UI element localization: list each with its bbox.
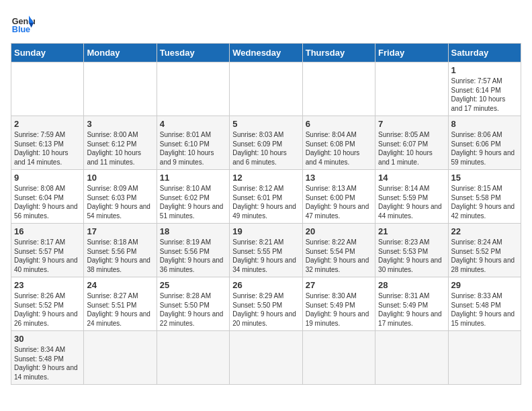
day-info: Sunrise: 8:27 AM Sunset: 5:51 PM Dayligh… <box>87 291 153 328</box>
header-sunday: Sunday <box>11 44 84 62</box>
day-info: Sunrise: 8:08 AM Sunset: 6:04 PM Dayligh… <box>14 184 81 220</box>
day-number: 27 <box>306 280 372 290</box>
day-info: Sunrise: 7:57 AM Sunset: 6:14 PM Dayligh… <box>451 77 518 113</box>
day-number: 4 <box>160 119 226 129</box>
calendar-cell: 23Sunrise: 8:26 AM Sunset: 5:52 PM Dayli… <box>11 277 84 331</box>
calendar-week-6: 30Sunrise: 8:34 AM Sunset: 5:48 PM Dayli… <box>11 331 521 385</box>
day-number: 5 <box>232 119 299 129</box>
header-saturday: Saturday <box>448 44 521 62</box>
calendar-cell: 9Sunrise: 8:08 AM Sunset: 6:04 PM Daylig… <box>11 170 84 224</box>
day-number: 19 <box>232 226 299 236</box>
day-number: 24 <box>87 280 153 290</box>
day-number: 18 <box>160 226 226 236</box>
calendar-cell: 15Sunrise: 8:15 AM Sunset: 5:58 PM Dayli… <box>448 170 521 224</box>
day-number: 2 <box>14 119 81 129</box>
header-friday: Friday <box>375 44 448 62</box>
day-info: Sunrise: 8:19 AM Sunset: 5:56 PM Dayligh… <box>160 238 226 274</box>
calendar-cell: 29Sunrise: 8:33 AM Sunset: 5:48 PM Dayli… <box>448 277 521 331</box>
day-number: 22 <box>451 226 518 236</box>
header-thursday: Thursday <box>302 44 375 62</box>
day-number: 9 <box>14 173 81 183</box>
day-number: 21 <box>378 226 445 236</box>
day-info: Sunrise: 8:09 AM Sunset: 6:03 PM Dayligh… <box>87 184 153 220</box>
calendar-cell: 30Sunrise: 8:34 AM Sunset: 5:48 PM Dayli… <box>11 331 84 385</box>
header-monday: Monday <box>84 44 157 62</box>
logo-icon: General Blue <box>11 11 35 35</box>
calendar-cell <box>84 331 157 385</box>
day-number: 10 <box>87 173 153 183</box>
day-number: 8 <box>451 119 518 129</box>
calendar-cell: 4Sunrise: 8:01 AM Sunset: 6:10 PM Daylig… <box>157 116 229 170</box>
day-number: 14 <box>378 173 445 183</box>
day-info: Sunrise: 8:29 AM Sunset: 5:50 PM Dayligh… <box>232 291 299 328</box>
day-number: 6 <box>306 119 372 129</box>
day-info: Sunrise: 8:13 AM Sunset: 6:00 PM Dayligh… <box>306 184 372 220</box>
day-number: 3 <box>87 119 153 129</box>
calendar-cell <box>84 62 157 116</box>
calendar-cell <box>157 62 229 116</box>
calendar-cell: 27Sunrise: 8:30 AM Sunset: 5:49 PM Dayli… <box>302 277 375 331</box>
calendar-cell: 12Sunrise: 8:12 AM Sunset: 6:01 PM Dayli… <box>230 170 302 224</box>
logo: General Blue <box>11 11 35 35</box>
day-info: Sunrise: 8:26 AM Sunset: 5:52 PM Dayligh… <box>14 291 81 328</box>
calendar-week-2: 2Sunrise: 7:59 AM Sunset: 6:13 PM Daylig… <box>11 116 521 170</box>
day-number: 12 <box>232 173 299 183</box>
header-tuesday: Tuesday <box>157 44 229 62</box>
day-info: Sunrise: 8:23 AM Sunset: 5:53 PM Dayligh… <box>378 238 445 274</box>
calendar-week-5: 23Sunrise: 8:26 AM Sunset: 5:52 PM Dayli… <box>11 277 521 331</box>
calendar-cell: 25Sunrise: 8:28 AM Sunset: 5:50 PM Dayli… <box>157 277 229 331</box>
calendar-cell: 10Sunrise: 8:09 AM Sunset: 6:03 PM Dayli… <box>84 170 157 224</box>
day-info: Sunrise: 8:21 AM Sunset: 5:55 PM Dayligh… <box>232 238 299 274</box>
day-number: 28 <box>378 280 445 290</box>
calendar-cell: 14Sunrise: 8:14 AM Sunset: 5:59 PM Dayli… <box>375 170 448 224</box>
calendar-cell: 16Sunrise: 8:17 AM Sunset: 5:57 PM Dayli… <box>11 224 84 277</box>
calendar-cell: 5Sunrise: 8:03 AM Sunset: 6:09 PM Daylig… <box>230 116 302 170</box>
calendar-cell: 28Sunrise: 8:31 AM Sunset: 5:49 PM Dayli… <box>375 277 448 331</box>
calendar-cell: 1Sunrise: 7:57 AM Sunset: 6:14 PM Daylig… <box>448 62 521 116</box>
calendar-cell: 20Sunrise: 8:22 AM Sunset: 5:54 PM Dayli… <box>302 224 375 277</box>
day-number: 15 <box>451 173 518 183</box>
day-number: 26 <box>232 280 299 290</box>
calendar-cell: 6Sunrise: 8:04 AM Sunset: 6:08 PM Daylig… <box>302 116 375 170</box>
calendar-cell: 26Sunrise: 8:29 AM Sunset: 5:50 PM Dayli… <box>230 277 302 331</box>
day-info: Sunrise: 8:04 AM Sunset: 6:08 PM Dayligh… <box>306 130 372 167</box>
calendar-cell: 24Sunrise: 8:27 AM Sunset: 5:51 PM Dayli… <box>84 277 157 331</box>
day-number: 11 <box>160 173 226 183</box>
day-info: Sunrise: 8:00 AM Sunset: 6:12 PM Dayligh… <box>87 130 153 167</box>
calendar-cell: 11Sunrise: 8:10 AM Sunset: 6:02 PM Dayli… <box>157 170 229 224</box>
day-info: Sunrise: 8:03 AM Sunset: 6:09 PM Dayligh… <box>232 130 299 167</box>
day-number: 16 <box>14 226 81 236</box>
header-wednesday: Wednesday <box>230 44 302 62</box>
calendar-cell: 21Sunrise: 8:23 AM Sunset: 5:53 PM Dayli… <box>375 224 448 277</box>
day-info: Sunrise: 8:34 AM Sunset: 5:48 PM Dayligh… <box>14 345 81 381</box>
day-info: Sunrise: 8:10 AM Sunset: 6:02 PM Dayligh… <box>160 184 226 220</box>
day-info: Sunrise: 8:15 AM Sunset: 5:58 PM Dayligh… <box>451 184 518 220</box>
calendar-cell <box>375 331 448 385</box>
calendar-cell: 17Sunrise: 8:18 AM Sunset: 5:56 PM Dayli… <box>84 224 157 277</box>
day-info: Sunrise: 8:12 AM Sunset: 6:01 PM Dayligh… <box>232 184 299 220</box>
calendar-cell: 2Sunrise: 7:59 AM Sunset: 6:13 PM Daylig… <box>11 116 84 170</box>
calendar-week-4: 16Sunrise: 8:17 AM Sunset: 5:57 PM Dayli… <box>11 224 521 277</box>
day-number: 13 <box>306 173 372 183</box>
day-number: 25 <box>160 280 226 290</box>
day-info: Sunrise: 8:30 AM Sunset: 5:49 PM Dayligh… <box>306 291 372 328</box>
day-number: 29 <box>451 280 518 290</box>
calendar-cell <box>302 331 375 385</box>
calendar-header-row: SundayMondayTuesdayWednesdayThursdayFrid… <box>11 44 521 62</box>
day-info: Sunrise: 8:24 AM Sunset: 5:52 PM Dayligh… <box>451 238 518 274</box>
day-info: Sunrise: 7:59 AM Sunset: 6:13 PM Dayligh… <box>14 130 81 167</box>
day-info: Sunrise: 8:28 AM Sunset: 5:50 PM Dayligh… <box>160 291 226 328</box>
day-number: 30 <box>14 334 81 344</box>
calendar-cell: 13Sunrise: 8:13 AM Sunset: 6:00 PM Dayli… <box>302 170 375 224</box>
calendar-cell: 3Sunrise: 8:00 AM Sunset: 6:12 PM Daylig… <box>84 116 157 170</box>
day-info: Sunrise: 8:06 AM Sunset: 6:06 PM Dayligh… <box>451 130 518 167</box>
calendar-cell <box>302 62 375 116</box>
day-info: Sunrise: 8:05 AM Sunset: 6:07 PM Dayligh… <box>378 130 445 167</box>
calendar-cell <box>230 331 302 385</box>
calendar-cell <box>157 331 229 385</box>
calendar-cell: 19Sunrise: 8:21 AM Sunset: 5:55 PM Dayli… <box>230 224 302 277</box>
calendar-cell <box>11 62 84 116</box>
day-info: Sunrise: 8:01 AM Sunset: 6:10 PM Dayligh… <box>160 130 226 167</box>
calendar-cell <box>375 62 448 116</box>
day-info: Sunrise: 8:31 AM Sunset: 5:49 PM Dayligh… <box>378 291 445 328</box>
